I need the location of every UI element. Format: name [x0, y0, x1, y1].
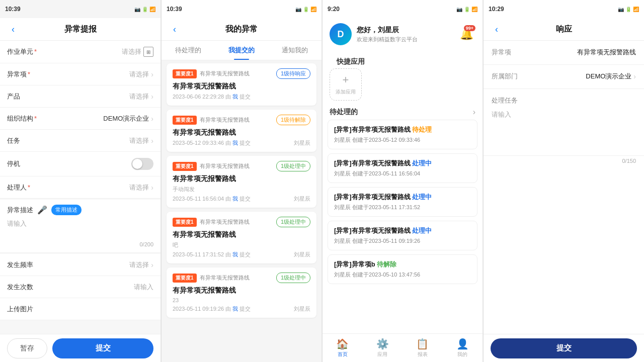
- frequency-label: 发生频率: [7, 260, 42, 269]
- pending-item-title: [异常]有异常项无报警路线 处理中: [334, 226, 471, 235]
- upload-label: 上传图片: [7, 305, 42, 314]
- pending-arrow-icon[interactable]: ›: [473, 108, 475, 117]
- tab-notified[interactable]: 通知我的: [268, 41, 321, 60]
- card-header: 重要度1 有异常项无报警路线 1级待响应: [173, 68, 310, 79]
- nav-item-profile[interactable]: 👤 我的: [443, 334, 483, 362]
- tab-submitted[interactable]: 我提交的: [215, 41, 268, 60]
- status-icons-3: 📷 🔋 📶: [456, 7, 477, 12]
- org-row[interactable]: 组织结构* DEMO演示企业 ›: [0, 108, 160, 130]
- char-count: 0/150: [484, 156, 644, 166]
- user-info: D 您好，刘星辰 欢迎来到精益数字云平台: [330, 23, 418, 45]
- handler-row[interactable]: 处理人* 请选择 ›: [0, 176, 160, 199]
- notification-badge: 99+: [464, 25, 475, 31]
- handler-value: 请选择 ›: [42, 183, 153, 192]
- list-item[interactable]: 重要度1 有异常项无报警路线 1级处理中 有异常项无报警路线 23 2023-0…: [167, 267, 316, 318]
- form-section-extra: 发生频率 请选择 › 发生次数 请输入 上传图片: [0, 254, 160, 320]
- card-date: 2023-06-06 22:29:28 由 我 提交: [173, 93, 251, 101]
- occurrences-label: 发生次数: [7, 283, 42, 292]
- card-footer: 2023-05-12 09:33:46 由 我 提交 刘星辰: [173, 139, 310, 147]
- submit-button-1[interactable]: 提交: [52, 338, 153, 358]
- panel-abnormal-report: 10:39 📷 🔋 📶 ‹ 异常提报 作业单元* 请选择 ⊞ 异常项*: [0, 0, 161, 362]
- bottom-nav: 🏠 首页 ⚙️ 应用 📋 报表 👤 我的: [323, 333, 482, 362]
- card-location: 有异常项无报警路线: [200, 162, 273, 170]
- pending-item-title: [异常]有异常项无报警路线 处理中: [334, 193, 471, 202]
- list-item[interactable]: [异常]异常项b 待解除 刘星辰 创建于2023-05-10 13:47:56: [328, 254, 477, 284]
- nav-item-reports[interactable]: 📋 报表: [403, 334, 443, 362]
- draft-button[interactable]: 暂存: [7, 338, 47, 358]
- level-badge: 重要度1: [173, 274, 197, 283]
- frequency-row[interactable]: 发生频率 请选择 ›: [0, 254, 160, 276]
- response-body: 异常项 有异常项无报警路线 所属部门 DEMO演示企业 › 处理任务 请输入 0…: [484, 41, 644, 362]
- desc-header: 异常描述 🎤 常用描述: [7, 205, 153, 215]
- list-item[interactable]: [异常]有异常项无报警路线 待处理 刘星辰 创建于2023-05-12 09:3…: [328, 120, 477, 149]
- dept-row[interactable]: 所属部门 DEMO演示企业 ›: [484, 65, 644, 89]
- task-row[interactable]: 任务 请选择 ›: [0, 130, 160, 152]
- nav-header-2: ‹ 我的异常: [162, 18, 321, 41]
- frequency-value: 请选择 ›: [42, 260, 153, 269]
- card-footer: 2023-05-11 16:56:04 由 我 提交 刘星辰: [173, 195, 310, 203]
- card-date: 2023-05-11 16:56:04 由 我 提交: [173, 195, 251, 203]
- upload-row[interactable]: 上传图片: [0, 298, 160, 320]
- card-location: 有异常项无报警路线: [200, 70, 273, 77]
- list-item[interactable]: 重要度1 有异常项无报警路线 1级待响应 有异常项无报警路线 2023-06-0…: [167, 63, 316, 106]
- back-button-2[interactable]: ‹: [168, 22, 182, 36]
- common-desc-button[interactable]: 常用描述: [51, 205, 82, 215]
- quick-apps-section: 快捷应用 + 添加应用: [323, 50, 482, 105]
- nav-label-reports: 报表: [418, 351, 428, 358]
- task-input[interactable]: 请输入: [492, 108, 636, 148]
- scan-icon[interactable]: ⊞: [143, 47, 153, 57]
- pending-item-sub: 刘星辰 创建于2023-05-11 17:31:52: [334, 204, 471, 211]
- card-location: 有异常项无报警路线: [200, 274, 273, 282]
- back-button-1[interactable]: ‹: [6, 22, 20, 36]
- add-app-label: 添加应用: [336, 88, 356, 96]
- time-3: 9:20: [328, 6, 340, 13]
- pending-title: 待处理的: [330, 108, 358, 117]
- time-4: 10:29: [489, 6, 504, 13]
- card-date: 2023-05-11 17:31:52 由 我 提交: [173, 251, 251, 258]
- list-item[interactable]: 重要度1 有异常项无报警路线 1级处理中 有异常项无报警路线 吧 2023-05…: [167, 212, 316, 263]
- list-item[interactable]: 重要度1 有异常项无报警路线 1级待解除 有异常项无报警路线 2023-05-1…: [167, 110, 316, 152]
- desc-input[interactable]: 请输入: [7, 219, 153, 239]
- card-submitter: 我: [232, 251, 238, 257]
- work-unit-row[interactable]: 作业单元* 请选择 ⊞: [0, 41, 160, 63]
- back-button-4[interactable]: ‹: [490, 22, 504, 36]
- abnormal-item-value: 请选择 ›: [42, 70, 153, 79]
- list-item[interactable]: [异常]有异常项无报警路线 处理中 刘星辰 创建于2023-05-11 09:1…: [328, 221, 477, 250]
- tab-pending[interactable]: 待处理的: [162, 41, 215, 60]
- form-body: 作业单元* 请选择 ⊞ 异常项* 请选择 › 产品 请选择: [0, 41, 160, 362]
- card-title: 有异常项无报警路线: [173, 286, 310, 295]
- pending-item-sub: 刘星辰 创建于2023-05-11 09:19:26: [334, 237, 471, 245]
- notification-bell[interactable]: 🔔 99+: [457, 25, 475, 43]
- panel-response: 10:29 📷 🔋 📶 ‹ 响应 异常项 有异常项无报警路线 所属部门 DEMO…: [483, 0, 644, 362]
- nav-item-apps[interactable]: ⚙️ 应用: [363, 334, 403, 362]
- card-date: 2023-05-11 09:19:26 由 我 提交: [173, 305, 251, 313]
- card-sub: 手动闯发: [173, 186, 310, 193]
- product-row[interactable]: 产品 请选择 ›: [0, 85, 160, 108]
- pending-item-title: [异常]有异常项无报警路线 待处理: [334, 125, 471, 134]
- status-icons-4: 📷 🔋 📶: [618, 7, 639, 12]
- shutdown-toggle-switch[interactable]: [131, 158, 153, 170]
- occurrences-row[interactable]: 发生次数 请输入: [0, 276, 160, 298]
- add-app-button[interactable]: + 添加应用: [330, 68, 362, 101]
- card-assignee: 刘星辰: [294, 305, 310, 313]
- mic-icon[interactable]: 🎤: [37, 205, 47, 215]
- list-body: 重要度1 有异常项无报警路线 1级待响应 有异常项无报警路线 2023-06-0…: [162, 60, 321, 362]
- list-item[interactable]: 重要度1 有异常项无报警路线 1级处理中 有异常项无报警路线 手动闯发 2023…: [167, 156, 316, 208]
- status-bar-4: 10:29 📷 🔋 📶: [484, 0, 644, 18]
- list-item[interactable]: [异常]有异常项无报警路线 处理中 刘星辰 创建于2023-05-11 16:5…: [328, 153, 477, 183]
- card-footer: 2023-05-11 17:31:52 由 我 提交 刘星辰: [173, 251, 310, 258]
- nav-header-1: ‹ 异常提报: [0, 18, 160, 41]
- abnormal-item-row[interactable]: 异常项* 请选择 ›: [0, 63, 160, 85]
- abnormal-item-label: 异常项: [492, 48, 532, 57]
- chevron-right-icon: ›: [151, 115, 153, 123]
- card-assignee: 刘星辰: [294, 139, 310, 147]
- submit-button-4[interactable]: 提交: [491, 338, 637, 358]
- desc-char-count: 0/200: [7, 241, 153, 247]
- list-item[interactable]: [异常]有异常项无报警路线 处理中 刘星辰 创建于2023-05-11 17:3…: [328, 187, 477, 217]
- nav-item-home[interactable]: 🏠 首页: [323, 334, 363, 362]
- shutdown-toggle[interactable]: [42, 158, 153, 170]
- card-title: 有异常项无报警路线: [173, 82, 310, 91]
- card-location: 有异常项无报警路线: [200, 116, 273, 124]
- user-sub-greeting: 欢迎来到精益数字云平台: [357, 36, 418, 43]
- time-2: 10:39: [167, 6, 182, 13]
